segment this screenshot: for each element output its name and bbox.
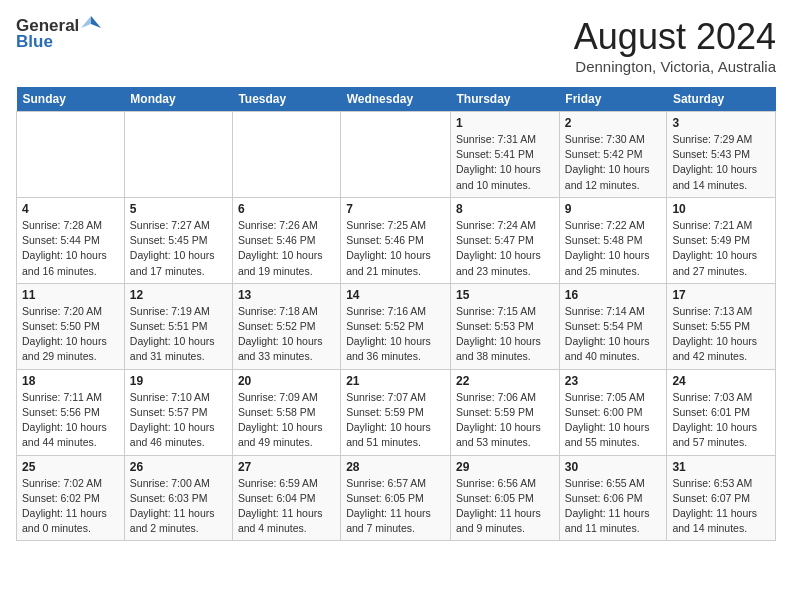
day-detail: Sunrise: 7:29 AM Sunset: 5:43 PM Dayligh… [672,132,770,193]
day-number: 10 [672,202,770,216]
calendar-cell: 13Sunrise: 7:18 AM Sunset: 5:52 PM Dayli… [232,283,340,369]
calendar-cell: 10Sunrise: 7:21 AM Sunset: 5:49 PM Dayli… [667,197,776,283]
day-number: 11 [22,288,119,302]
day-detail: Sunrise: 7:02 AM Sunset: 6:02 PM Dayligh… [22,476,119,537]
weekday-header-saturday: Saturday [667,87,776,112]
day-number: 22 [456,374,554,388]
calendar-cell: 31Sunrise: 6:53 AM Sunset: 6:07 PM Dayli… [667,455,776,541]
calendar-cell: 7Sunrise: 7:25 AM Sunset: 5:46 PM Daylig… [341,197,451,283]
calendar-cell: 22Sunrise: 7:06 AM Sunset: 5:59 PM Dayli… [451,369,560,455]
day-detail: Sunrise: 7:21 AM Sunset: 5:49 PM Dayligh… [672,218,770,279]
day-number: 12 [130,288,227,302]
calendar-cell: 29Sunrise: 6:56 AM Sunset: 6:05 PM Dayli… [451,455,560,541]
week-row-1: 1Sunrise: 7:31 AM Sunset: 5:41 PM Daylig… [17,112,776,198]
day-number: 17 [672,288,770,302]
calendar-cell: 21Sunrise: 7:07 AM Sunset: 5:59 PM Dayli… [341,369,451,455]
day-number: 15 [456,288,554,302]
calendar-cell: 12Sunrise: 7:19 AM Sunset: 5:51 PM Dayli… [124,283,232,369]
day-detail: Sunrise: 7:25 AM Sunset: 5:46 PM Dayligh… [346,218,445,279]
day-detail: Sunrise: 7:07 AM Sunset: 5:59 PM Dayligh… [346,390,445,451]
day-detail: Sunrise: 7:26 AM Sunset: 5:46 PM Dayligh… [238,218,335,279]
calendar-cell: 27Sunrise: 6:59 AM Sunset: 6:04 PM Dayli… [232,455,340,541]
day-detail: Sunrise: 7:18 AM Sunset: 5:52 PM Dayligh… [238,304,335,365]
calendar-cell: 20Sunrise: 7:09 AM Sunset: 5:58 PM Dayli… [232,369,340,455]
header: General Blue August 2024 Dennington, Vic… [16,16,776,75]
calendar-cell: 8Sunrise: 7:24 AM Sunset: 5:47 PM Daylig… [451,197,560,283]
logo: General Blue [16,16,101,52]
day-detail: Sunrise: 6:57 AM Sunset: 6:05 PM Dayligh… [346,476,445,537]
day-number: 30 [565,460,662,474]
calendar-title: August 2024 [574,16,776,58]
calendar-cell: 19Sunrise: 7:10 AM Sunset: 5:57 PM Dayli… [124,369,232,455]
day-number: 28 [346,460,445,474]
day-number: 20 [238,374,335,388]
weekday-header-tuesday: Tuesday [232,87,340,112]
day-detail: Sunrise: 7:27 AM Sunset: 5:45 PM Dayligh… [130,218,227,279]
calendar-cell: 9Sunrise: 7:22 AM Sunset: 5:48 PM Daylig… [559,197,667,283]
weekday-header-monday: Monday [124,87,232,112]
calendar-cell: 14Sunrise: 7:16 AM Sunset: 5:52 PM Dayli… [341,283,451,369]
calendar-cell: 28Sunrise: 6:57 AM Sunset: 6:05 PM Dayli… [341,455,451,541]
calendar-cell: 24Sunrise: 7:03 AM Sunset: 6:01 PM Dayli… [667,369,776,455]
logo-blue-text: Blue [16,32,53,52]
day-detail: Sunrise: 7:03 AM Sunset: 6:01 PM Dayligh… [672,390,770,451]
weekday-header-thursday: Thursday [451,87,560,112]
day-detail: Sunrise: 7:30 AM Sunset: 5:42 PM Dayligh… [565,132,662,193]
week-row-2: 4Sunrise: 7:28 AM Sunset: 5:44 PM Daylig… [17,197,776,283]
calendar-cell [124,112,232,198]
day-number: 26 [130,460,227,474]
day-number: 5 [130,202,227,216]
day-number: 7 [346,202,445,216]
calendar-cell [232,112,340,198]
week-row-3: 11Sunrise: 7:20 AM Sunset: 5:50 PM Dayli… [17,283,776,369]
day-number: 2 [565,116,662,130]
calendar-cell: 11Sunrise: 7:20 AM Sunset: 5:50 PM Dayli… [17,283,125,369]
day-number: 1 [456,116,554,130]
calendar-cell: 4Sunrise: 7:28 AM Sunset: 5:44 PM Daylig… [17,197,125,283]
calendar-cell: 30Sunrise: 6:55 AM Sunset: 6:06 PM Dayli… [559,455,667,541]
day-number: 24 [672,374,770,388]
day-number: 29 [456,460,554,474]
day-detail: Sunrise: 6:55 AM Sunset: 6:06 PM Dayligh… [565,476,662,537]
day-detail: Sunrise: 7:28 AM Sunset: 5:44 PM Dayligh… [22,218,119,279]
day-detail: Sunrise: 7:22 AM Sunset: 5:48 PM Dayligh… [565,218,662,279]
day-number: 3 [672,116,770,130]
day-detail: Sunrise: 7:14 AM Sunset: 5:54 PM Dayligh… [565,304,662,365]
day-detail: Sunrise: 7:20 AM Sunset: 5:50 PM Dayligh… [22,304,119,365]
day-number: 23 [565,374,662,388]
day-number: 27 [238,460,335,474]
calendar-cell: 2Sunrise: 7:30 AM Sunset: 5:42 PM Daylig… [559,112,667,198]
calendar-cell: 26Sunrise: 7:00 AM Sunset: 6:03 PM Dayli… [124,455,232,541]
day-number: 13 [238,288,335,302]
day-detail: Sunrise: 7:05 AM Sunset: 6:00 PM Dayligh… [565,390,662,451]
day-number: 16 [565,288,662,302]
calendar-subtitle: Dennington, Victoria, Australia [574,58,776,75]
calendar-cell [341,112,451,198]
calendar-cell [17,112,125,198]
day-number: 21 [346,374,445,388]
day-detail: Sunrise: 7:24 AM Sunset: 5:47 PM Dayligh… [456,218,554,279]
calendar-table: SundayMondayTuesdayWednesdayThursdayFrid… [16,87,776,541]
calendar-cell: 6Sunrise: 7:26 AM Sunset: 5:46 PM Daylig… [232,197,340,283]
day-detail: Sunrise: 6:56 AM Sunset: 6:05 PM Dayligh… [456,476,554,537]
calendar-cell: 1Sunrise: 7:31 AM Sunset: 5:41 PM Daylig… [451,112,560,198]
day-detail: Sunrise: 6:53 AM Sunset: 6:07 PM Dayligh… [672,476,770,537]
day-number: 19 [130,374,227,388]
calendar-cell: 5Sunrise: 7:27 AM Sunset: 5:45 PM Daylig… [124,197,232,283]
calendar-cell: 25Sunrise: 7:02 AM Sunset: 6:02 PM Dayli… [17,455,125,541]
day-number: 4 [22,202,119,216]
calendar-cell: 3Sunrise: 7:29 AM Sunset: 5:43 PM Daylig… [667,112,776,198]
day-detail: Sunrise: 7:15 AM Sunset: 5:53 PM Dayligh… [456,304,554,365]
day-number: 25 [22,460,119,474]
day-detail: Sunrise: 6:59 AM Sunset: 6:04 PM Dayligh… [238,476,335,537]
week-row-5: 25Sunrise: 7:02 AM Sunset: 6:02 PM Dayli… [17,455,776,541]
day-detail: Sunrise: 7:31 AM Sunset: 5:41 PM Dayligh… [456,132,554,193]
weekday-header-wednesday: Wednesday [341,87,451,112]
svg-marker-1 [81,16,91,28]
day-number: 31 [672,460,770,474]
weekday-header-row: SundayMondayTuesdayWednesdayThursdayFrid… [17,87,776,112]
calendar-cell: 17Sunrise: 7:13 AM Sunset: 5:55 PM Dayli… [667,283,776,369]
weekday-header-sunday: Sunday [17,87,125,112]
day-number: 18 [22,374,119,388]
day-detail: Sunrise: 7:13 AM Sunset: 5:55 PM Dayligh… [672,304,770,365]
